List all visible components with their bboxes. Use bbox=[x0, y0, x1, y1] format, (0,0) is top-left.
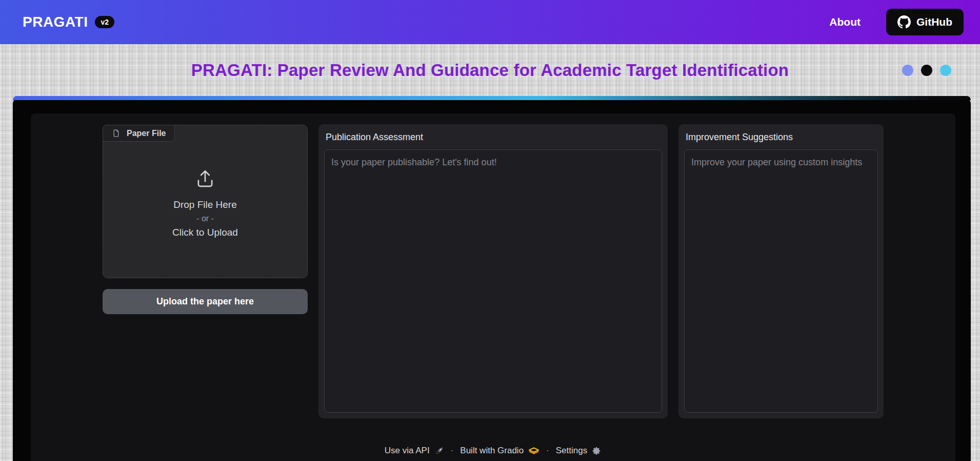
publication-assessment-panel: Publication Assessment bbox=[318, 124, 668, 418]
publication-assessment-label: Publication Assessment bbox=[326, 132, 661, 143]
content-row: Paper File Drop File Here bbox=[103, 124, 884, 418]
page: PRAGATI v2 About GitHub PRAGATI: Paper R… bbox=[0, 0, 980, 461]
gear-icon bbox=[592, 446, 602, 456]
use-via-api-label: Use via API bbox=[385, 446, 430, 456]
improvement-suggestions-label: Improvement Suggestions bbox=[686, 132, 877, 143]
settings-label: Settings bbox=[556, 446, 587, 456]
upload-column: Paper File Drop File Here bbox=[103, 124, 308, 314]
gradio-logo-icon bbox=[528, 447, 539, 455]
nav-actions: About GitHub bbox=[829, 9, 964, 35]
about-link[interactable]: About bbox=[829, 16, 861, 28]
main-container: Paper File Drop File Here bbox=[13, 96, 971, 461]
improvement-suggestions-panel: Improvement Suggestions bbox=[678, 124, 884, 418]
brand-group: PRAGATI v2 bbox=[23, 14, 114, 30]
github-button-label: GitHub bbox=[916, 16, 952, 28]
file-icon bbox=[112, 129, 121, 138]
version-badge: v2 bbox=[95, 16, 114, 28]
assessment-column: Publication Assessment bbox=[318, 124, 668, 418]
dot-black-icon bbox=[921, 65, 932, 76]
or-text: - or - bbox=[196, 214, 214, 223]
page-title: PRAGATI: Paper Review And Guidance for A… bbox=[191, 61, 789, 80]
dot-cyan-icon bbox=[940, 65, 951, 76]
built-with-gradio-label: Built with Gradio bbox=[460, 446, 524, 456]
github-icon bbox=[897, 15, 911, 29]
gradio-app: Paper File Drop File Here bbox=[31, 113, 955, 461]
settings-link[interactable]: Settings bbox=[556, 446, 602, 456]
publication-assessment-textarea[interactable] bbox=[324, 149, 662, 413]
decorative-dots bbox=[902, 65, 951, 76]
use-via-api-link[interactable]: Use via API bbox=[385, 446, 444, 456]
github-button[interactable]: GitHub bbox=[886, 9, 964, 35]
suggestions-column: Improvement Suggestions bbox=[678, 124, 884, 418]
dropzone-content: Drop File Here - or - Click to Upload bbox=[103, 125, 307, 278]
dot-blue-icon bbox=[902, 65, 913, 76]
improvement-suggestions-textarea[interactable] bbox=[684, 149, 878, 413]
paper-file-tab: Paper File bbox=[103, 125, 175, 142]
paper-file-tab-label: Paper File bbox=[127, 129, 166, 138]
app-logo: PRAGATI bbox=[23, 14, 88, 30]
hero-section: PRAGATI: Paper Review And Guidance for A… bbox=[0, 44, 980, 96]
file-dropzone[interactable]: Paper File Drop File Here bbox=[103, 125, 308, 278]
top-navbar: PRAGATI v2 About GitHub bbox=[0, 0, 980, 44]
drop-file-here-text: Drop File Here bbox=[173, 199, 237, 210]
gradient-top-border bbox=[13, 96, 971, 100]
footer-separator: · bbox=[451, 446, 454, 456]
built-with-gradio-link[interactable]: Built with Gradio bbox=[460, 446, 539, 456]
upload-paper-button[interactable]: Upload the paper here bbox=[103, 289, 308, 314]
footer-separator: · bbox=[546, 446, 549, 456]
upload-icon bbox=[194, 168, 216, 196]
click-to-upload-text[interactable]: Click to Upload bbox=[172, 227, 238, 238]
gradio-footer: Use via API · Built with Gradio bbox=[31, 446, 955, 456]
rocket-icon bbox=[434, 446, 444, 456]
